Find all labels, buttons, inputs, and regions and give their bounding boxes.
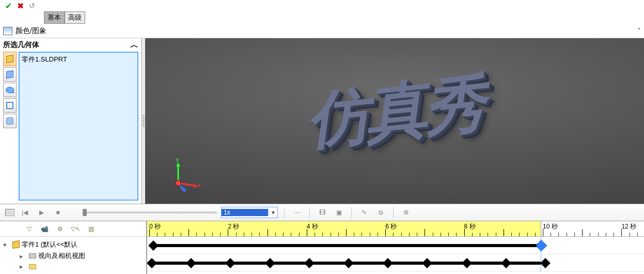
track-row[interactable]: [147, 254, 644, 272]
svg-marker-4: [176, 162, 180, 166]
timeline-tree: ▾ 零件1 (默认<<默认 ▸ 视向及相机视图 ▸: [0, 237, 146, 273]
gear-icon[interactable]: ⚙: [400, 206, 412, 219]
keyframe-tool-icon[interactable]: ✎: [358, 206, 370, 219]
filter-reference[interactable]: [3, 114, 17, 128]
redo-icon[interactable]: ↺: [29, 2, 35, 10]
filter-wireframe[interactable]: [3, 98, 17, 113]
ruler-label: 6 秒: [385, 222, 397, 231]
keyframe-copy-icon[interactable]: ⧉: [374, 206, 387, 219]
expand-icon[interactable]: ▸: [20, 252, 27, 260]
axis-triad: x y z: [166, 157, 202, 193]
timeline-tree-panel: ▽ 📹 ⚙ ▽↖ ▧ ▾ 零件1 (默认<<默认 ▸ 视向及相机视图 ▸: [0, 221, 147, 274]
filter-surface-body[interactable]: [3, 67, 17, 82]
list-item[interactable]: 零件1.SLDPRT: [22, 55, 135, 64]
filter-camera-icon[interactable]: 📹: [38, 223, 51, 235]
chevron-up-icon[interactable]: ︿: [130, 40, 138, 51]
accept-row: ✔ ✖ ↺: [0, 0, 644, 11]
speed-select[interactable]: 1x ▾: [221, 207, 278, 218]
side-panel: 所选几何体 ︿ 零件1.SLDPRT: [0, 38, 142, 204]
3d-viewport[interactable]: 仿真秀 x y z: [145, 38, 644, 204]
svg-text:x: x: [198, 182, 201, 188]
3d-model-text: 仿真秀: [302, 62, 486, 164]
ruler-label: 8 秒: [464, 222, 476, 231]
camera-icon: [29, 253, 36, 258]
section-color-image[interactable]: 颜色/图象 ˅: [0, 24, 644, 38]
filter-solid-body[interactable]: [3, 52, 17, 66]
filter-chart-icon[interactable]: ▧: [85, 223, 97, 235]
selected-geometry-list[interactable]: 零件1.SLDPRT: [19, 52, 138, 201]
ruler-label: 10 秒: [543, 222, 558, 231]
dropdown-arrow-icon[interactable]: ▾: [268, 209, 277, 216]
loop-arrow-icon[interactable]: →·: [291, 206, 303, 219]
playback-slider[interactable]: [83, 211, 217, 214]
tree-node-part[interactable]: ▾ 零件1 (默认<<默认: [3, 239, 143, 250]
section-selected-geometry[interactable]: 所选几何体 ︿: [0, 38, 142, 52]
image-icon: [3, 27, 12, 35]
ruler-label: 4 秒: [307, 222, 318, 231]
tree-node-label: 零件1 (默认<<默认: [22, 240, 77, 249]
section-label: 颜色/图象: [15, 26, 46, 36]
filter-funnel-icon[interactable]: ▽: [23, 223, 35, 235]
tree-node-camera[interactable]: ▸ 视向及相机视图: [3, 250, 143, 262]
save-animation-icon[interactable]: 🎞: [316, 206, 328, 219]
timeline-filter-bar: ▽ 📹 ⚙ ▽↖ ▧: [0, 221, 146, 237]
svg-text:y: y: [176, 157, 179, 162]
chevron-down-icon[interactable]: ˅: [637, 27, 641, 35]
playback-toolbar: |◀ ▶ ■ 1x ▾ →· 🎞 ▣ ✎ ⧉ ⚙: [0, 204, 644, 221]
timeline-tracks-panel: 0 秒2 秒4 秒6 秒8 秒10 秒12 秒: [147, 221, 644, 274]
part-icon: [12, 240, 20, 249]
play-button[interactable]: ▶: [35, 206, 48, 219]
tree-node-label: 视向及相机视图: [38, 251, 85, 261]
timeline: ▽ 📹 ⚙ ▽↖ ▧ ▾ 零件1 (默认<<默认 ▸ 视向及相机视图 ▸: [0, 221, 644, 274]
expand-icon[interactable]: ▸: [20, 263, 27, 270]
timeline-grid-icon[interactable]: [5, 209, 14, 216]
timeline-ruler[interactable]: 0 秒2 秒4 秒6 秒8 秒10 秒12 秒: [147, 221, 644, 237]
tab-advanced[interactable]: 高级: [65, 11, 85, 24]
filter-face[interactable]: [3, 83, 17, 97]
tree-node-folder[interactable]: ▸: [3, 262, 143, 271]
timeline-tracks[interactable]: [147, 237, 644, 272]
tab-basic[interactable]: 基本: [44, 11, 65, 24]
svg-text:z: z: [181, 185, 184, 191]
first-frame-button[interactable]: |◀: [19, 206, 31, 219]
expand-icon[interactable]: ▾: [3, 241, 10, 249]
settings-panel-icon[interactable]: ▣: [333, 206, 345, 219]
accept-icon[interactable]: ✔: [5, 1, 12, 11]
reject-icon[interactable]: ✖: [17, 1, 24, 11]
ruler-label: 12 秒: [621, 222, 636, 231]
filter-gear-icon[interactable]: ⚙: [54, 223, 66, 235]
mode-tabs: 基本 高级: [0, 11, 644, 24]
ruler-label: 0 秒: [149, 222, 161, 231]
stop-button[interactable]: ■: [52, 206, 64, 219]
selected-geom-label: 所选几何体: [3, 40, 39, 50]
svg-marker-1: [194, 184, 197, 188]
svg-point-9: [176, 180, 181, 186]
filter-cursor-icon[interactable]: ▽↖: [69, 223, 82, 235]
geometry-filter-column: [3, 52, 18, 201]
folder-icon: [29, 264, 36, 269]
slider-thumb[interactable]: [83, 209, 87, 216]
track-row[interactable]: [147, 237, 644, 254]
ruler-label: 2 秒: [228, 222, 239, 231]
speed-value: 1x: [222, 209, 268, 216]
